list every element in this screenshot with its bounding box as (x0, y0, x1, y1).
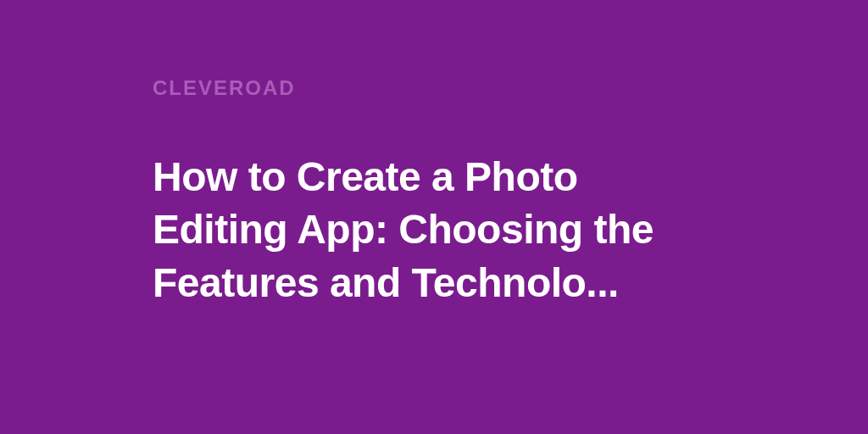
brand-label: CLEVEROAD (153, 76, 715, 100)
content-card: CLEVEROAD How to Create a Photo Editing … (0, 0, 868, 309)
article-title: How to Create a Photo Editing App: Choos… (153, 151, 715, 309)
